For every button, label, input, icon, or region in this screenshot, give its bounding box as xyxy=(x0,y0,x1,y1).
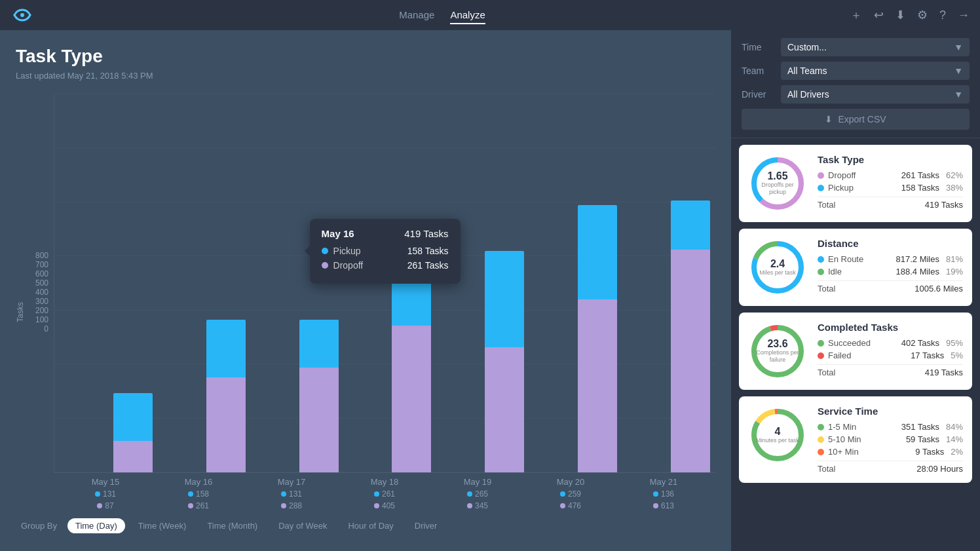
stat-item-count-service-time-1: 59 Tasks xyxy=(906,434,939,444)
group-by-buttons: Time (Day)Time (Week)Time (Month)Day of … xyxy=(67,518,445,533)
topnav-center: Manage Analyze xyxy=(399,7,485,24)
stat-item-label-service-time-1: 5-10 Min xyxy=(828,434,902,444)
main-content: Task Type Last updated May 21, 2018 5:43… xyxy=(0,30,980,551)
y-axis-section: Tasks 800 700 600 500 400 300 200 100 0 xyxy=(16,94,54,510)
tooltip-label: Dropoff xyxy=(333,260,402,271)
stat-row-distance-0: En Route 817.2 Miles 81% xyxy=(818,254,963,264)
filter-time-select[interactable]: Custom... ▼ xyxy=(781,38,970,56)
x-dropoff-dot-2 xyxy=(281,503,286,508)
x-pickup-dot-2 xyxy=(281,491,286,497)
bar-pickup-4 xyxy=(485,251,524,347)
stat-donut-completed-tasks: 23.6Completions per failure xyxy=(748,322,807,381)
filter-team-label: Team xyxy=(742,66,781,76)
filter-team-select[interactable]: All Teams ▼ xyxy=(781,62,970,80)
tooltip-label: Pickup xyxy=(333,246,402,256)
sidebar: Time Custom... ▼ Team All Teams ▼ Driver… xyxy=(731,30,980,551)
history-icon[interactable]: ↩ xyxy=(874,8,884,22)
stat-item-label-task-type-0: Dropoff xyxy=(828,170,897,180)
tooltip-row-pickup: Pickup 158 Tasks xyxy=(322,246,449,256)
donut-number-distance: 2.4 xyxy=(770,259,785,269)
topnav: Manage Analyze ＋ ↩ ⬇ ⚙ ? → xyxy=(0,0,980,30)
stat-donut-distance: 2.4Miles per task xyxy=(748,238,807,297)
x-label-group-6: May 21136613 xyxy=(617,473,710,510)
stat-total-row-distance: Total 1005.6 Miles xyxy=(818,280,963,294)
topnav-left xyxy=(10,3,34,27)
stat-donut-task-type: 1.65Dropoffs per pickup xyxy=(748,154,807,213)
filter-section: Time Custom... ▼ Team All Teams ▼ Driver… xyxy=(731,30,980,138)
x-dropoff-dot-4 xyxy=(467,503,472,508)
stat-item-count-service-time-2: 9 Tasks xyxy=(915,447,944,457)
group-by-btn-driver[interactable]: Driver xyxy=(407,518,445,533)
filter-driver-select[interactable]: All Drivers ▼ xyxy=(781,85,970,104)
stat-item-count-distance-0: 817.2 Miles xyxy=(895,254,939,264)
stat-title-service-time: Service Time xyxy=(818,406,963,417)
bar-group-1[interactable] xyxy=(153,320,246,472)
chart-inner: Tasks 800 700 600 500 400 300 200 100 0 xyxy=(16,94,715,510)
bar-dropoff-6 xyxy=(671,250,710,472)
nav-manage[interactable]: Manage xyxy=(399,7,434,24)
download-icon[interactable]: ⬇ xyxy=(895,8,905,22)
x-pickup-dot-5 xyxy=(560,491,565,497)
chevron-down-icon-2: ▼ xyxy=(954,66,963,76)
stat-item-pct-completed-tasks-0: 95% xyxy=(946,338,963,348)
group-by-btn-time-(month)[interactable]: Time (Month) xyxy=(199,518,265,533)
settings-icon[interactable]: ⚙ xyxy=(917,8,928,22)
x-date-label-5: May 20 xyxy=(557,473,585,487)
group-by-btn-day-of-week[interactable]: Day of Week xyxy=(271,518,335,533)
donut-sub-completed-tasks: Completions per failure xyxy=(755,349,801,364)
donut-sub-service-time: Minutes per task xyxy=(756,437,799,444)
export-csv-button[interactable]: ⬇ Export CSV xyxy=(742,109,970,130)
stat-item-count-service-time-0: 351 Tasks xyxy=(901,422,939,432)
stat-cards: 1.65Dropoffs per pickupTask Type Dropoff… xyxy=(731,138,980,489)
group-by-bar: Group By Time (Day)Time (Week)Time (Mont… xyxy=(16,510,715,541)
stat-dot-service-time-2 xyxy=(818,449,824,455)
nav-analyze[interactable]: Analyze xyxy=(450,7,485,24)
bar-group-0[interactable] xyxy=(60,393,153,472)
bar-group-4[interactable] xyxy=(431,251,524,472)
add-icon[interactable]: ＋ xyxy=(850,7,862,23)
filter-team-row: Team All Teams ▼ xyxy=(742,62,970,80)
svg-point-0 xyxy=(20,13,24,17)
x-dropoff-dot-1 xyxy=(188,503,193,508)
stat-total-row-completed-tasks: Total 419 Tasks xyxy=(818,364,963,377)
x-date-label-2: May 17 xyxy=(278,473,306,487)
bar-group-2[interactable] xyxy=(246,320,339,472)
last-updated: Last updated May 21, 2018 5:43 PM xyxy=(16,71,715,81)
tooltip-rows: Pickup 158 Tasks Dropoff 261 Tasks xyxy=(322,246,449,271)
group-by-btn-hour-of-day[interactable]: Hour of Day xyxy=(340,518,401,533)
x-dropoff-dot-5 xyxy=(560,503,565,508)
help-icon[interactable]: ? xyxy=(939,9,946,22)
app-logo[interactable] xyxy=(10,3,34,27)
stat-right-distance: Distance En Route 817.2 Miles 81% Idle 1… xyxy=(818,238,963,297)
page-title: Task Type xyxy=(16,46,715,67)
x-date-label-6: May 21 xyxy=(650,473,678,487)
stat-total-row-task-type: Total 419 Tasks xyxy=(818,197,963,210)
x-label-group-5: May 20259476 xyxy=(524,473,617,510)
tooltip-value: 261 Tasks xyxy=(407,260,449,271)
chevron-down-icon: ▼ xyxy=(954,42,963,52)
x-label-group-3: May 18261405 xyxy=(338,473,431,510)
bars-section: May 1513187May 16158261May 17131288May 1… xyxy=(54,94,715,510)
bar-dropoff-4 xyxy=(485,347,524,472)
bar-group-5[interactable] xyxy=(524,205,617,472)
stat-item-label-service-time-0: 1-5 Min xyxy=(828,422,897,432)
stat-dot-completed-tasks-1 xyxy=(818,352,824,359)
stat-row-task-type-0: Dropoff 261 Tasks 62% xyxy=(818,170,963,180)
group-by-btn-time-(day)[interactable]: Time (Day) xyxy=(67,518,125,533)
tooltip: May 16 419 Tasks Pickup 158 Tasks Dropof… xyxy=(310,219,461,284)
tooltip-row-dropoff: Dropoff 261 Tasks xyxy=(322,260,449,271)
logout-icon[interactable]: → xyxy=(958,9,970,22)
stat-card-service-time: 4Minutes per taskService Time 1-5 Min 35… xyxy=(739,396,972,483)
bar-group-6[interactable] xyxy=(617,200,710,472)
bar-pickup-0 xyxy=(113,393,153,441)
stat-title-task-type: Task Type xyxy=(818,154,963,165)
tooltip-date: May 16 xyxy=(322,228,354,239)
x-date-label-1: May 16 xyxy=(185,473,213,487)
x-dropoff-dot-3 xyxy=(374,503,379,508)
stat-total-row-service-time: Total 28:09 Hours xyxy=(818,461,963,474)
tooltip-total: 419 Tasks xyxy=(404,228,448,239)
bar-pickup-5 xyxy=(578,205,617,299)
stat-item-pct-service-time-2: 2% xyxy=(951,447,963,457)
group-by-btn-time-(week)[interactable]: Time (Week) xyxy=(130,518,195,533)
stat-dot-service-time-0 xyxy=(818,424,824,430)
